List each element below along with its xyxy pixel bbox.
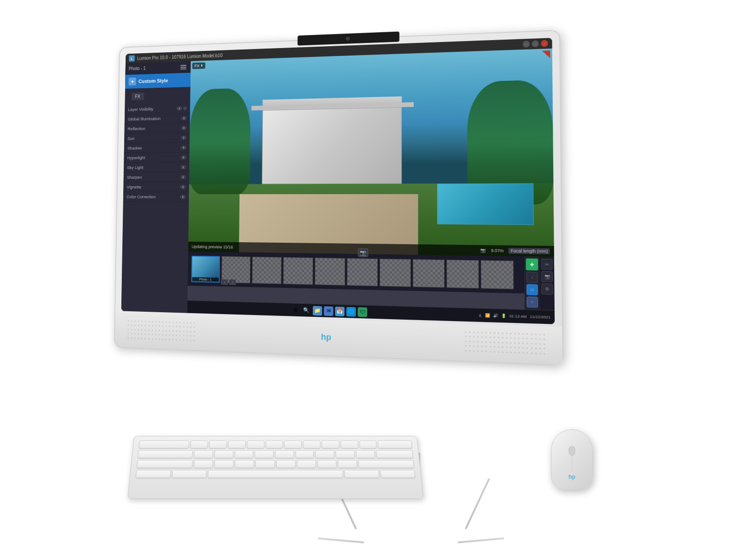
- page-btn-1[interactable]: 1: [221, 279, 228, 285]
- key-c[interactable]: [235, 460, 254, 468]
- sidebar-item-hyperlight[interactable]: Hyperlight: [124, 153, 190, 163]
- taskbar-chevron[interactable]: ∧: [479, 313, 482, 318]
- tool-settings[interactable]: ⚙: [542, 283, 553, 294]
- fx-arrow: ⬆: [200, 64, 203, 68]
- tool-camera[interactable]: 📷: [541, 271, 553, 282]
- sidebar-item-vignette[interactable]: Vignette: [123, 182, 189, 192]
- sidebar-item-reflection[interactable]: Reflection: [124, 123, 190, 133]
- film-thumb-inner-10: [481, 260, 513, 288]
- taskbar-mail-icon[interactable]: ✉: [324, 306, 333, 316]
- key-b[interactable]: [276, 460, 296, 468]
- film-thumb-5[interactable]: [315, 258, 345, 286]
- taskbar-shield-icon[interactable]: 🛡: [358, 307, 367, 317]
- monitor: L Lumion Pro 10.0 - 107916 Lumion Model.…: [114, 30, 564, 366]
- close-button[interactable]: ×: [541, 40, 548, 47]
- render-area[interactable]: FX ⬆ Updating preview 15/16 📷 9.07m Foca…: [188, 49, 554, 257]
- key-ctrl-r[interactable]: [380, 470, 415, 478]
- eye-icon: [181, 146, 186, 149]
- key-a[interactable]: [194, 450, 213, 458]
- key-space[interactable]: [208, 470, 343, 478]
- film-thumb-7[interactable]: [380, 259, 411, 287]
- key-h[interactable]: [295, 450, 314, 458]
- minimize-button[interactable]: ─: [522, 41, 529, 48]
- add-photo-button[interactable]: +: [526, 259, 538, 271]
- taskbar-calendar-icon[interactable]: 📅: [335, 306, 345, 316]
- key-g[interactable]: [275, 450, 294, 458]
- fx-button[interactable]: FX: [132, 92, 144, 100]
- taskbar-browser-icon[interactable]: 🌐: [346, 307, 356, 316]
- film-thumb-active[interactable]: Photo - 1: [191, 255, 220, 282]
- key-q[interactable]: [190, 441, 208, 448]
- taskbar-search-icon[interactable]: 🔍: [302, 306, 311, 315]
- stand-base-left: [317, 538, 364, 544]
- film-thumb-10[interactable]: [481, 260, 514, 289]
- sidebar-item-global-illumination[interactable]: Global Illumination: [125, 113, 190, 124]
- key-d[interactable]: [234, 450, 254, 458]
- key-x[interactable]: [214, 460, 234, 468]
- mouse[interactable]: hp: [551, 429, 593, 490]
- film-thumb-4[interactable]: [283, 257, 313, 284]
- eye-icon: [177, 106, 182, 110]
- key-alt[interactable]: [172, 470, 207, 478]
- filmstrip-tool-2[interactable]: □: [527, 284, 538, 295]
- key-y[interactable]: [284, 441, 302, 448]
- key-j[interactable]: [315, 450, 334, 458]
- sidebar-item-sky-light[interactable]: Sky Light: [124, 162, 190, 173]
- sidebar-item-color-correction[interactable]: Color Correction: [123, 192, 189, 202]
- tool-crop[interactable]: ✂: [541, 259, 553, 270]
- key-enter[interactable]: [378, 441, 412, 448]
- sidebar-item-shadow[interactable]: Shadow: [124, 143, 190, 154]
- key-tab[interactable]: [139, 441, 190, 448]
- film-thumb-8[interactable]: [413, 259, 444, 287]
- film-label-active: Photo - 1: [192, 277, 218, 281]
- key-k[interactable]: [336, 450, 355, 458]
- menu-button[interactable]: [179, 64, 187, 70]
- sidebar-item-layer-visibility[interactable]: Layer Visibility ⊙: [125, 103, 190, 114]
- custom-style-header[interactable]: ✦ Custom Style: [125, 73, 190, 89]
- key-shift-r[interactable]: [358, 460, 414, 468]
- film-thumb-9[interactable]: [446, 259, 479, 288]
- key-p[interactable]: [359, 441, 377, 448]
- sidebar-item-label: Hyperlight: [127, 155, 145, 160]
- key-enter2[interactable]: [376, 450, 413, 458]
- film-thumb-inner-3: [253, 257, 281, 283]
- maximize-button[interactable]: □: [532, 40, 539, 47]
- key-z[interactable]: [194, 460, 213, 468]
- film-thumb-inner-9: [447, 260, 478, 288]
- sidebar-item-label: Vignette: [127, 184, 141, 189]
- filmstrip-tool-3[interactable]: ⊙: [527, 296, 538, 308]
- camera-icon-top[interactable]: 📷: [358, 248, 368, 257]
- render-zoom: 📷: [480, 248, 486, 253]
- eye-icon: [181, 136, 186, 140]
- sidebar-item-sharpen[interactable]: Sharpen: [123, 172, 189, 182]
- key-l[interactable]: [356, 450, 375, 458]
- key-shift-l[interactable]: [137, 460, 193, 468]
- key-r[interactable]: [247, 441, 264, 448]
- key-e[interactable]: [228, 441, 246, 448]
- sidebar-item-sun[interactable]: Sun: [124, 133, 190, 143]
- key-alt-r[interactable]: [344, 470, 379, 478]
- key-comma[interactable]: [338, 460, 357, 468]
- mouse-scroll-wheel[interactable]: [569, 446, 575, 455]
- key-i[interactable]: [322, 441, 339, 448]
- key-o[interactable]: [340, 441, 358, 448]
- key-caps[interactable]: [138, 450, 193, 458]
- key-ctrl[interactable]: [136, 470, 171, 478]
- film-thumb-6[interactable]: [347, 258, 378, 286]
- sidebar-item-label: Reflection: [128, 126, 146, 131]
- key-m[interactable]: [317, 460, 337, 468]
- key-v[interactable]: [255, 460, 275, 468]
- key-f[interactable]: [255, 450, 274, 458]
- sidebar-item-label: Sky Light: [127, 165, 143, 170]
- key-t[interactable]: [266, 441, 283, 448]
- film-thumb-inner-8: [413, 259, 444, 287]
- page-btn-2[interactable]: 2: [229, 279, 236, 285]
- key-w[interactable]: [209, 441, 227, 448]
- key-u[interactable]: [303, 441, 321, 448]
- key-s[interactable]: [214, 450, 233, 458]
- film-thumb-3[interactable]: [252, 256, 282, 284]
- filmstrip-tool-1[interactable]: ↕: [526, 272, 537, 283]
- taskbar-windows-icon[interactable]: ⊞: [291, 305, 300, 315]
- key-n[interactable]: [296, 460, 316, 468]
- taskbar-folder-icon[interactable]: 📁: [313, 306, 322, 315]
